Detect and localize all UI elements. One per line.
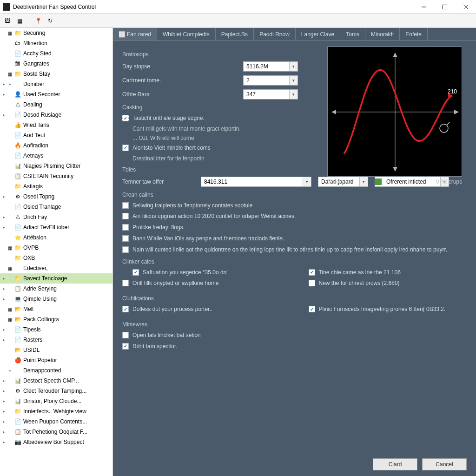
tree-item[interactable]: ▸⚠Drich Fay: [0, 212, 112, 222]
crean-check4[interactable]: [122, 235, 129, 242]
expander-icon[interactable]: ▸: [1, 409, 7, 414]
temner-combo[interactable]: ▾: [201, 177, 311, 187]
close-button[interactable]: [455, 0, 476, 14]
tree-item[interactable]: ▦📂Pack Colliogrs: [0, 314, 112, 324]
expander-icon[interactable]: ▸: [1, 337, 7, 343]
expander-icon[interactable]: ▸: [1, 378, 7, 383]
tree-item[interactable]: 🗂Mlinertion: [0, 38, 112, 48]
tree-item[interactable]: ▸👤Used Seconter: [0, 89, 112, 99]
day-stopse-combo[interactable]: ▾: [243, 61, 298, 72]
expander-icon[interactable]: [1, 71, 7, 77]
tree-item[interactable]: 📋CSIETAIN Tecunnity: [0, 171, 112, 181]
tree-item[interactable]: 📄Aetnays: [0, 151, 112, 161]
tree-item[interactable]: ▦📁Soste Stay: [0, 69, 112, 79]
mini-check1[interactable]: [122, 332, 129, 338]
expander-icon[interactable]: [1, 235, 7, 240]
expander-icon[interactable]: ▸: [1, 112, 7, 118]
tree-item[interactable]: 🔹Demappconted: [0, 365, 112, 376]
club-check1[interactable]: [122, 306, 129, 312]
expander-icon[interactable]: ▸: [1, 214, 7, 220]
expander-icon[interactable]: [1, 306, 7, 312]
tree-item[interactable]: ▸📋Adrie Serying: [0, 284, 112, 294]
tab[interactable]: Minoraldt: [365, 28, 400, 40]
tree-item[interactable]: 📂USIDL: [0, 345, 112, 355]
expander-icon[interactable]: ▸: [1, 81, 7, 87]
expander-icon[interactable]: [1, 347, 7, 353]
tab[interactable]: Whiblet Compledts: [157, 28, 216, 40]
tree-item[interactable]: ▸📄Tipesls: [0, 324, 112, 335]
minimize-button[interactable]: [413, 0, 434, 14]
tree-item[interactable]: ▸🔹Domiber: [0, 79, 112, 89]
tree-item[interactable]: 📁Astiagis: [0, 181, 112, 192]
tree-item[interactable]: ⭐Attébsion: [0, 232, 112, 243]
tree-item[interactable]: ▸📊Diristor, Plony Cloude...: [0, 396, 112, 406]
maximize-button[interactable]: [434, 0, 455, 14]
tree-item[interactable]: 📊Niagies Plisming Clitter: [0, 161, 112, 171]
expander-icon[interactable]: [1, 40, 7, 46]
tree-item[interactable]: ▸📄Adiact TevFII iober: [0, 222, 112, 232]
expander-icon[interactable]: [1, 153, 7, 159]
expander-icon[interactable]: ▸: [1, 225, 7, 230]
tab[interactable]: Enfete: [400, 28, 428, 40]
toolbar-grid-icon[interactable]: ▦: [14, 16, 25, 26]
expander-icon[interactable]: [1, 61, 7, 66]
expander-icon[interactable]: ▸: [1, 327, 7, 332]
mini-check2[interactable]: [122, 343, 129, 350]
crean-check2[interactable]: [122, 213, 129, 219]
expander-icon[interactable]: [1, 122, 7, 128]
tree-item[interactable]: 🍎Puint Popetor: [0, 355, 112, 365]
cartrnent-combo[interactable]: ▾: [243, 75, 298, 86]
cartrnent-input[interactable]: [244, 77, 289, 84]
tree-item[interactable]: ▸⚙Osedl Topng: [0, 192, 112, 202]
expander-icon[interactable]: [1, 102, 7, 107]
expander-icon[interactable]: ▸: [1, 92, 7, 97]
clinker-right2-check[interactable]: [309, 280, 315, 286]
tree-item[interactable]: 📄Acchy Sted: [0, 48, 112, 59]
expander-icon[interactable]: ▸: [1, 194, 7, 199]
settings-panel[interactable]: 210 Tiniole 9 Ak crups Bratiosops Day st…: [113, 41, 476, 476]
tree-item[interactable]: ▦📁OVPB: [0, 243, 112, 253]
tab[interactable]: Paplect.Bs: [216, 28, 254, 40]
chevron-down-icon[interactable]: ▾: [289, 90, 298, 99]
chevron-down-icon[interactable]: ▾: [289, 76, 298, 85]
cancel-button[interactable]: Cancel: [422, 458, 467, 470]
expander-icon[interactable]: ▸: [1, 286, 7, 291]
expander-icon[interactable]: ▸: [1, 419, 7, 424]
sidebar-tree[interactable]: ▦📁Securing🗂Mlinertion📄Acchy Sted🏛Gangrat…: [0, 28, 113, 476]
expander-icon[interactable]: [1, 51, 7, 56]
expander-icon[interactable]: [1, 265, 7, 271]
chevron-down-icon[interactable]: ▾: [303, 177, 311, 186]
tree-item[interactable]: ▦Edectiver,: [0, 263, 112, 273]
expander-icon[interactable]: ▸: [1, 398, 7, 404]
expander-icon[interactable]: [1, 317, 7, 322]
expander-icon[interactable]: [1, 163, 7, 169]
other-rars-input[interactable]: [244, 91, 289, 98]
clinker-left1-check[interactable]: [132, 269, 139, 276]
expander-icon[interactable]: [1, 184, 7, 189]
tree-item[interactable]: ▸📁Bavect Tencloage: [0, 273, 112, 284]
crean-check1[interactable]: [122, 202, 129, 209]
tree-item[interactable]: ▸📊Destoct Specth CMP...: [0, 376, 112, 386]
expander-icon[interactable]: ▸: [1, 276, 7, 281]
tree-item[interactable]: ▸📁Innietfects.. Wehigte view: [0, 406, 112, 416]
club-check2[interactable]: [309, 306, 315, 312]
tab[interactable]: Toms: [340, 28, 365, 40]
other-rars-combo[interactable]: ▾: [243, 89, 298, 99]
toolbar-refresh-icon[interactable]: ↻: [45, 16, 56, 26]
tree-item[interactable]: ▸💻Qimple Using: [0, 294, 112, 304]
tree-item[interactable]: ▸📄Rasters: [0, 335, 112, 345]
tree-item[interactable]: 📄Osied Tranlage: [0, 202, 112, 212]
casking-check1[interactable]: [122, 115, 129, 121]
expander-icon[interactable]: ▸: [1, 429, 7, 435]
clinker-left2-check[interactable]: [122, 280, 129, 286]
expander-icon[interactable]: [1, 357, 7, 363]
tab[interactable]: ⬜Fan rared: [113, 28, 157, 40]
casking-check2[interactable]: [122, 145, 129, 151]
tree-item[interactable]: 📁OXB: [0, 253, 112, 263]
clinker-right1-check[interactable]: [309, 269, 315, 276]
expander-icon[interactable]: [1, 255, 7, 261]
tree-item[interactable]: 📄Aod Teut: [0, 130, 112, 140]
expander-icon[interactable]: [1, 143, 7, 148]
toolbar-pin-icon[interactable]: 📍: [33, 16, 44, 26]
tab[interactable]: Paodi Rnow: [254, 28, 296, 40]
